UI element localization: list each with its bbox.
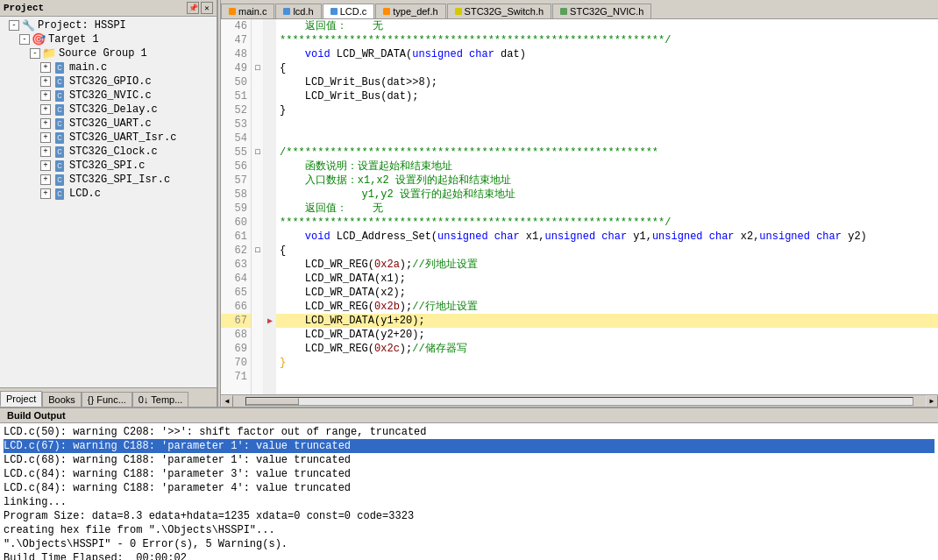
tab-lcd-c[interactable]: LCD.c (323, 4, 375, 18)
collapse-67 (252, 314, 264, 328)
tree-file-spi[interactable]: + c STC32G_SPI.c (2, 159, 215, 173)
file-uart-icon: c (53, 117, 67, 130)
arrow-indicator: ▶ (264, 19, 276, 394)
tree-expand-uart-isr[interactable]: + (40, 132, 51, 143)
tree-expand-source-group[interactable]: - (30, 48, 40, 59)
line-num-48: 48 (221, 47, 251, 61)
build-line-8: creating hex file from ".\Objects\HSSPI"… (4, 523, 934, 537)
tree-file-nvic[interactable]: + c STC32G_NVIC.c (2, 89, 215, 103)
tree-expand-spi[interactable]: + (40, 160, 51, 171)
tab-main-c[interactable]: main.c (221, 4, 274, 18)
tab-dot-switch-h (455, 8, 462, 15)
tree-expand-main[interactable]: + (40, 62, 51, 73)
sidebar-tab-funcs[interactable]: {} Func... (82, 392, 132, 407)
tree-file-uart-isr[interactable]: + c STC32G_UART_Isr.c (2, 131, 215, 145)
collapse-50 (252, 75, 264, 89)
arrow-61 (264, 230, 276, 244)
collapse-47 (252, 33, 264, 47)
build-content[interactable]: LCD.c(50): warning C208: '>>': shift fac… (0, 423, 938, 560)
code-line-69: LCD_WR_REG(0x2c);//储存器写 (276, 342, 938, 356)
arrow-47 (264, 33, 276, 47)
sidebar: Project 📌 ✕ - 🔧 Project: HSSPI - 🎯 Targe (0, 0, 217, 407)
code-line-60: ****************************************… (276, 216, 938, 230)
build-line-9: ".\Objects\HSSPI" - 0 Error(s), 5 Warnin… (4, 537, 934, 551)
tree-expand-target[interactable]: - (19, 34, 30, 45)
build-line-5: LCD.c(84): warning C188: 'parameter 4': … (4, 481, 934, 495)
sidebar-tab-books[interactable]: Books (42, 392, 82, 407)
code-line-67: LCD_WR_DATA(y1+20); (276, 314, 938, 328)
tree-file-clock[interactable]: + c STC32G_Clock.c (2, 145, 215, 159)
sidebar-pin-btn[interactable]: 📌 (187, 2, 199, 14)
file-delay-icon: c (53, 103, 67, 116)
code-scroll-track[interactable] (245, 397, 913, 406)
file-clock-label: STC32G_Clock.c (69, 145, 158, 158)
collapse-55[interactable]: □ (252, 145, 264, 159)
build-line-2: LCD.c(67): warning C188: 'parameter 1': … (4, 439, 934, 453)
tree-file-spi-isr[interactable]: + c STC32G_SPI_Isr.c (2, 173, 215, 187)
code-scrollbar-h[interactable]: ◀ ▶ (221, 394, 938, 407)
sidebar-tab-temp[interactable]: 0↓ Temp... (132, 392, 189, 407)
top-area: Project 📌 ✕ - 🔧 Project: HSSPI - 🎯 Targe (0, 0, 938, 407)
line-num-47: 47 (221, 33, 251, 47)
line-num-70: 70 (221, 356, 251, 370)
line-num-64: 64 (221, 272, 251, 286)
tree-file-main[interactable]: + c main.c (2, 60, 215, 74)
collapse-62[interactable]: □ (252, 244, 264, 258)
file-main-label: main.c (69, 61, 107, 74)
tree-target[interactable]: - 🎯 Target 1 (2, 32, 215, 46)
tab-stc32g-switch-h[interactable]: STC32G_Switch.h (447, 4, 551, 18)
file-main-icon: c (53, 61, 67, 74)
tree-file-delay[interactable]: + c STC32G_Delay.c (2, 103, 215, 117)
arrow-54 (264, 131, 276, 145)
code-scroll-thumb[interactable] (246, 398, 299, 405)
code-line-65: LCD_WR_DATA(x2); (276, 286, 938, 300)
tree-file-gpio[interactable]: + c STC32G_GPIO.c (2, 74, 215, 89)
arrow-55 (264, 145, 276, 159)
tab-stc32g-nvic-h[interactable]: STC32G_NVIC.h (552, 4, 651, 18)
arrow-65 (264, 286, 276, 300)
tree-expand-project[interactable]: - (9, 20, 19, 31)
tab-dot-nvic-h (560, 8, 567, 15)
sidebar-tab-project[interactable]: Project (0, 391, 42, 407)
tree-expand-lcd[interactable]: + (40, 188, 51, 199)
editor-area: main.c lcd.h LCD.c type_def.h STC32G_Swi… (221, 0, 938, 407)
code-line-52: } (276, 103, 938, 117)
collapse-71 (252, 370, 264, 384)
collapse-gutter: □ □ □ (252, 19, 264, 394)
tree-expand-clock[interactable]: + (40, 146, 51, 157)
arrow-53 (264, 117, 276, 131)
tab-type-def-h[interactable]: type_def.h (375, 4, 445, 18)
file-spi-isr-label: STC32G_SPI_Isr.c (69, 174, 170, 186)
line-num-51: 51 (221, 89, 251, 103)
arrow-63 (264, 258, 276, 272)
tree-expand-uart[interactable]: + (40, 118, 51, 129)
tab-dot-lcd-c (330, 8, 338, 15)
line-num-46: 46 (221, 19, 251, 33)
code-content[interactable]: 返回值： 无 *********************************… (276, 19, 938, 394)
tree-expand-spi-isr[interactable]: + (40, 174, 51, 185)
tree-expand-delay[interactable]: + (40, 104, 51, 115)
collapse-54 (252, 131, 264, 145)
arrow-64 (264, 272, 276, 286)
tree-file-uart[interactable]: + c STC32G_UART.c (2, 117, 215, 131)
tree-expand-gpio[interactable]: + (40, 76, 51, 87)
collapse-61 (252, 230, 264, 244)
code-line-63: LCD_WR_REG(0x2a);//列地址设置 (276, 258, 938, 272)
line-num-63: 63 (221, 258, 251, 272)
tree-expand-nvic[interactable]: + (40, 90, 51, 101)
collapse-49[interactable]: □ (252, 61, 264, 75)
arrow-66 (264, 300, 276, 314)
tab-lcd-h[interactable]: lcd.h (275, 4, 321, 18)
tree-source-group[interactable]: - 📁 Source Group 1 (2, 46, 215, 60)
collapse-68 (252, 328, 264, 342)
scroll-right-btn[interactable]: ▶ (926, 395, 938, 408)
scroll-left-btn[interactable]: ◀ (221, 395, 233, 408)
line-num-52: 52 (221, 103, 251, 117)
line-num-54: 54 (221, 131, 251, 145)
tree-project[interactable]: - 🔧 Project: HSSPI (2, 18, 215, 32)
file-lcd-label: LCD.c (69, 188, 101, 200)
collapse-70 (252, 356, 264, 370)
sidebar-close-btn[interactable]: ✕ (201, 2, 213, 14)
arrow-50 (264, 75, 276, 89)
tree-file-lcd[interactable]: + c LCD.c (2, 187, 215, 201)
